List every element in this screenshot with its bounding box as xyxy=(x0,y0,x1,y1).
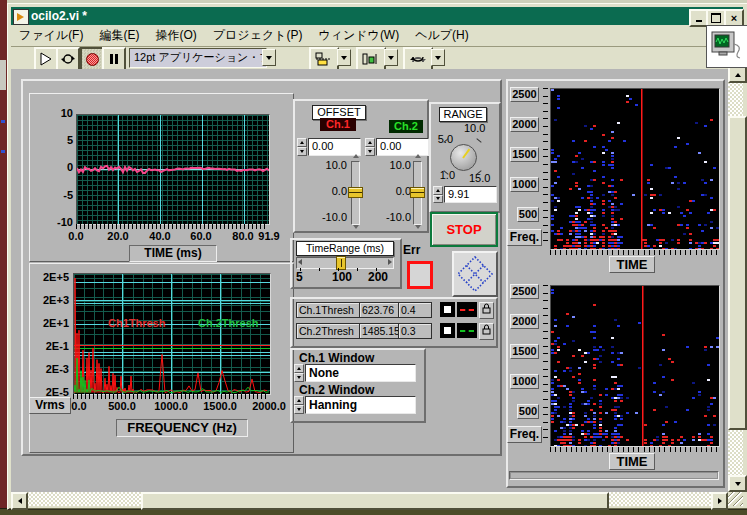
run-button[interactable] xyxy=(34,47,58,71)
menu-file[interactable]: ファイル(F) xyxy=(11,25,91,46)
distribute-objects-dropdown-button[interactable] xyxy=(384,49,398,66)
background-fragment xyxy=(1,120,5,123)
vi-icon-image xyxy=(707,26,745,65)
spectro-scroll-decoration[interactable] xyxy=(509,471,719,480)
run-continuous-button[interactable] xyxy=(56,47,80,71)
slider-top-arrow[interactable] xyxy=(415,154,421,158)
distribute-objects-icon xyxy=(362,52,380,66)
cursor1-line-display[interactable] xyxy=(457,302,477,317)
cursor1-name[interactable]: Ch.1Thresh xyxy=(296,302,360,318)
y-tick-label: -5 xyxy=(35,189,73,201)
ch2-window-label: Ch.2 Window xyxy=(299,383,374,397)
vertical-scrollbar[interactable] xyxy=(728,66,743,492)
cursor2-line-display[interactable] xyxy=(457,323,477,338)
slider-right-arrow[interactable] xyxy=(388,259,392,265)
waveform-trace xyxy=(77,115,269,224)
stop-button-label: STOP xyxy=(446,222,481,237)
offset-group: OFFSET Ch.1 Ch.2 0.00 0.00 10.0 0.0 -10.… xyxy=(293,99,429,233)
y-tick-label: 2E+5 xyxy=(29,271,69,283)
menu-help[interactable]: ヘルプ(H) xyxy=(407,25,477,46)
front-panel: 10 5 0 -5 -10 0.0 20.0 40.0 60.0 80.0 91… xyxy=(11,69,728,492)
scroll-down-button[interactable] xyxy=(728,475,747,492)
x-tick-label: 0.0 xyxy=(61,400,97,412)
window-selector-group: Ch.1 Window None Ch.2 Window Hanning xyxy=(290,348,426,423)
vi-icon[interactable] xyxy=(706,25,747,68)
x-tick-label: 1500.0 xyxy=(198,400,242,412)
range-value[interactable]: 9.91 xyxy=(444,186,497,203)
ch2-window-spinner[interactable] xyxy=(294,396,304,414)
cursor2-style-button[interactable] xyxy=(440,323,455,338)
background-fragment xyxy=(1,150,5,153)
arrow-down-icon xyxy=(735,482,741,486)
resize-grip[interactable] xyxy=(728,492,743,506)
y-tick-label: 2E-1 xyxy=(29,340,69,352)
slider-bottom-arrow[interactable] xyxy=(415,225,421,229)
range-knob-needle xyxy=(462,149,470,159)
offset-ch1-spinner[interactable] xyxy=(297,138,307,156)
ch2-window-select[interactable]: Hanning xyxy=(305,396,416,414)
offset-ch2-value[interactable]: 0.00 xyxy=(376,138,429,156)
reorder-button[interactable] xyxy=(403,47,433,71)
ch1-window-spinner[interactable] xyxy=(294,364,304,382)
stop-button[interactable]: STOP xyxy=(430,212,498,247)
offset-ch1-slider-handle[interactable] xyxy=(348,187,363,198)
distribute-objects-button[interactable] xyxy=(356,47,386,71)
align-objects-dropdown-button[interactable] xyxy=(337,49,351,66)
cursor1-lock-button[interactable] xyxy=(479,302,494,319)
cursor1-x-value[interactable]: 623.76 xyxy=(359,302,399,318)
slider-scale-label: -10.0 xyxy=(315,211,347,223)
reorder-dropdown-button[interactable] xyxy=(431,49,445,66)
maximize-icon xyxy=(711,13,721,23)
menu-window[interactable]: ウィンドウ(W) xyxy=(310,25,407,46)
abort-button[interactable] xyxy=(80,47,104,71)
diamond-button[interactable] xyxy=(452,251,498,297)
arrow-up-icon xyxy=(735,73,741,77)
range-spinner[interactable] xyxy=(433,186,443,203)
err-indicator xyxy=(407,261,433,289)
offset-ch2-slider-handle[interactable] xyxy=(410,187,425,198)
labview-arrow-glyph xyxy=(17,13,24,21)
menu-operate[interactable]: 操作(O) xyxy=(147,25,204,46)
scroll-right-button[interactable] xyxy=(711,492,728,510)
spectro1-y-tick: 2500 xyxy=(510,87,539,102)
x-tick-label: 500.0 xyxy=(102,400,142,412)
cursor-style-icon xyxy=(444,306,451,313)
pause-button[interactable] xyxy=(102,47,126,71)
cursor1-style-button[interactable] xyxy=(440,302,455,317)
title-bar[interactable]: ocilo2.vi * × xyxy=(11,7,743,25)
align-objects-button[interactable] xyxy=(309,47,339,71)
menu-project[interactable]: プロジェクト(P) xyxy=(205,25,311,46)
cursor2-name[interactable]: Ch.2Thresh xyxy=(296,323,360,339)
cursor2-y-value[interactable]: 0.3 xyxy=(398,323,432,339)
timerange-group: TimeRange (ms) 5 100 200 xyxy=(290,238,402,289)
font-selector-dropdown-button[interactable] xyxy=(262,49,276,66)
font-selector[interactable]: 12pt アプリケーション・フォント xyxy=(129,48,267,68)
offset-ch1-label: Ch.1 xyxy=(320,118,356,131)
slider-scale-label: 0.0 xyxy=(315,185,347,197)
menu-edit[interactable]: 編集(E) xyxy=(91,25,147,46)
range-knob[interactable] xyxy=(450,144,477,171)
slider-left-arrow[interactable] xyxy=(298,259,302,265)
cursor2-lock-button[interactable] xyxy=(479,323,494,340)
slider-scale-label: -10.0 xyxy=(379,211,411,223)
vertical-scrollbar-thumb[interactable] xyxy=(728,116,747,430)
cursor1-y-value[interactable]: 0.4 xyxy=(398,302,432,318)
spectro1-y-tick: 2000 xyxy=(510,117,539,132)
ch1-window-select[interactable]: None xyxy=(305,364,416,382)
slider-bottom-arrow[interactable] xyxy=(353,225,359,229)
y-tick-label: -10 xyxy=(35,216,73,228)
spectro2-y-tick: 500 xyxy=(517,404,539,419)
ch1-window-label: Ch.1 Window xyxy=(299,351,374,365)
x-tick-label: 91.9 xyxy=(251,230,287,242)
scroll-left-button[interactable] xyxy=(11,492,28,510)
x-tick-label: 40.0 xyxy=(142,230,178,242)
slider-top-arrow[interactable] xyxy=(353,154,359,158)
labview-app-icon[interactable] xyxy=(13,9,29,25)
horizontal-scrollbar[interactable] xyxy=(11,492,728,506)
offset-ch2-spinner[interactable] xyxy=(365,138,375,156)
horizontal-scrollbar-thumb[interactable] xyxy=(141,492,609,510)
chevron-down-icon xyxy=(341,56,347,60)
reorder-icon xyxy=(409,52,427,66)
cursor2-x-value[interactable]: 1485.15 xyxy=(359,323,399,339)
run-continuous-icon xyxy=(61,52,75,66)
